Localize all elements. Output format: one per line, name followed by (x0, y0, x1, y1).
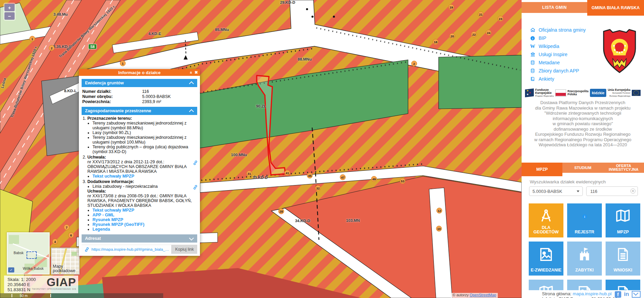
survey-point-dot (311, 16, 313, 18)
tile-zabytki[interactable]: ZABYTKI (567, 242, 602, 276)
sidebar-link[interactable]: Usługi Inspire (530, 50, 586, 59)
section-adresat-header[interactable]: Adresat (82, 234, 197, 243)
tab-gmina-biala-rawska[interactable]: GMINA BIAŁA RAWSKA (587, 0, 644, 16)
document-link[interactable]: Rysunek MPZP (GeoTIFF) (92, 222, 145, 227)
boundary-point-marker[interactable]: 28 (278, 209, 284, 214)
sidebar: LISTA GMIN GMINA BIAŁA RAWSKA Oficjalna … (522, 0, 644, 298)
attribute-label: Numer obrębu: (82, 94, 142, 99)
clear-input-icon[interactable]: ✕ (630, 188, 635, 194)
tile-mpzp[interactable]: MPZP (606, 203, 640, 237)
email-icon[interactable] (632, 291, 641, 298)
collapse-icon[interactable]: « (189, 71, 194, 73)
resolution-text: nr XXI/173/08 z dnia 2008-05-19 dot.: GM… (87, 194, 197, 208)
tile-dla-geodetów[interactable]: DLA GEODETÓW (529, 203, 563, 237)
sidebar-link[interactable]: Metadane (530, 59, 586, 67)
tab-lista-gmin[interactable]: LISTA GMIN (522, 2, 587, 13)
sidebar-link-label: Metadane (539, 60, 560, 65)
boundary-point-marker[interactable]: 2 (49, 45, 55, 51)
boundary-point-marker[interactable]: 4 (52, 239, 58, 245)
popup-header: Informacje o działce « ✖ (79, 69, 200, 76)
tile-label: WNIOSKI (606, 268, 640, 272)
parcel-number-input[interactable] (590, 188, 628, 194)
attribute-row: Powierzchnia:2393,9 m² (82, 99, 197, 104)
boundary-point-marker[interactable]: 21 (478, 12, 484, 17)
map-scalebar: 50 m (0, 293, 163, 298)
zoning-bullet: Tereny zabudowy mieszkaniowej jednorodzi… (92, 135, 197, 145)
book-icon (530, 76, 536, 82)
facebook-icon[interactable]: f (615, 291, 621, 298)
document-link[interactable]: Legenda (92, 227, 110, 232)
boundary-point-marker[interactable]: 23 (498, 16, 504, 22)
zoning-details-list: Przeznaczenie terenu:Tereny zabudowy mie… (82, 116, 197, 232)
boundary-point-marker[interactable]: 41 (285, 170, 290, 176)
boundary-point-marker[interactable]: 20 (450, 33, 455, 39)
copy-link-button[interactable]: Kopiuj link (171, 245, 197, 254)
chevron-down-icon[interactable] (189, 236, 194, 241)
boundary-point-marker[interactable]: 45 (307, 173, 313, 179)
tile-wnioski[interactable]: WNIOSKI (606, 242, 640, 276)
boundary-point-marker[interactable]: 18 (433, 39, 439, 45)
sidebar-link[interactable]: Ankiety (530, 75, 586, 83)
rzeczpospolita-polska-flag: RzeczpospolitaPolska (555, 89, 589, 97)
section-zagospodarowanie-header[interactable]: Zagospodarowanie przestrzenne (82, 107, 197, 115)
boundary-point-marker[interactable]: 49 (371, 176, 377, 182)
funding-line: Województwa Łódzkiego na lata 2014—2020 (522, 142, 644, 148)
boundary-point-marker[interactable]: 32 (315, 185, 321, 191)
sidebar-link[interactable]: iBIP (530, 34, 586, 42)
close-icon[interactable]: ✖ (194, 70, 198, 75)
tab-mpzp[interactable]: MPZP (522, 163, 562, 176)
document-link[interactable]: APP - GML (92, 213, 114, 217)
sidebar-link[interactable]: WWikipedia (530, 42, 586, 50)
boundary-point-marker[interactable]: 1 (30, 36, 35, 42)
tile-rejestr[interactable]: iREJESTR (567, 203, 602, 237)
boundary-point-marker[interactable]: 22 (471, 32, 477, 37)
map-canvas[interactable]: 3.48.Mu29.KD-D85.MNu4.KD-E3.35.KD-L88.MN… (0, 0, 522, 298)
attachment-link-icon[interactable] (193, 160, 198, 166)
boundary-point-marker[interactable]: 2 (411, 61, 417, 67)
boundary-point-marker[interactable]: 6 (68, 232, 74, 238)
basemap-selector[interactable]: Mapy podkładowe (51, 248, 80, 275)
sidebar-link[interactable]: Oficjalna strona gminy (530, 26, 586, 34)
boundary-point-marker[interactable]: 19 (448, 4, 454, 10)
document-link[interactable]: Tekst uchwały MPZP (92, 208, 134, 213)
boundary-point-marker[interactable]: 10 (436, 226, 442, 232)
zoning-item-subheading: Uchwała: (87, 189, 197, 194)
boundary-point-marker[interactable]: 31 (247, 171, 252, 177)
share-url[interactable]: https://mapa.inspire-hub.pl/#/gmina_bial… (91, 247, 169, 251)
zoom-out-button[interactable]: − (4, 12, 15, 20)
boundary-point-marker[interactable]: 24 (486, 30, 492, 36)
tile-label: DLA GEODETÓW (529, 226, 563, 234)
overview-minimap[interactable]: Babsk Wólka Babsk ✓ (7, 232, 50, 275)
boundary-point-marker[interactable]: 53 (400, 178, 406, 184)
boundary-point-marker[interactable]: 1 (120, 61, 126, 66)
chevron-up-icon[interactable] (189, 81, 194, 86)
home-icon (530, 27, 536, 33)
tile-e-zwiedzanie[interactable]: E-ZWIEDZANIE (529, 242, 563, 276)
footer-infoline: Infolinia GIAP Sp. z o.o.: 61 624 00 44 (542, 296, 617, 298)
tab-oferta-inwestycyjna[interactable]: OFERTA INWESTYCYJNA (603, 163, 644, 173)
document-link[interactable]: Tekst uchwały MPZP (92, 174, 134, 179)
precinct-select[interactable]: 5.0003-BABSK (529, 186, 583, 196)
funding-line: w ramach Regionalnego Programu Operacyjn… (522, 137, 644, 143)
zoom-in-button[interactable]: + (4, 4, 15, 11)
chevron-up-icon[interactable] (189, 109, 194, 114)
minimap-toggle-button[interactable]: ✓ (8, 267, 14, 272)
section-ewidencja-header[interactable]: Ewidencja gruntów (82, 79, 197, 87)
linkedin-icon[interactable]: in (624, 291, 629, 298)
popup-share-bar: https://mapa.inspire-hub.pl/#/gmina_bial… (82, 245, 197, 254)
attachment-link-icon[interactable] (193, 185, 198, 191)
sidebar-link[interactable]: Zbiory danych APP (530, 67, 586, 75)
bank-icon (530, 52, 536, 57)
app-window: 3.48.Mu29.KD-D85.MNu4.KD-E3.35.KD-L88.MN… (0, 0, 644, 298)
boundary-point-marker[interactable]: 7 (64, 225, 70, 230)
giap-logo: GIAP TWORZYMY OPROGRAMOWANIE GIS (32, 276, 76, 290)
osm-attribution-link[interactable]: OpenStreetMap (470, 293, 496, 297)
chevron-down-icon (577, 191, 579, 192)
tab-studium[interactable]: STUDIUM (562, 163, 603, 173)
document-link[interactable]: Rysunek MPZP (92, 217, 123, 222)
boundary-point-marker[interactable]: 47 (340, 175, 346, 180)
attribute-value: 116 (142, 89, 149, 94)
gmina-coat-of-arms (602, 29, 637, 73)
boundary-point-marker[interactable]: 12 (437, 208, 442, 214)
home-page-link[interactable]: mapa.inspire-hub.pl (573, 291, 611, 296)
